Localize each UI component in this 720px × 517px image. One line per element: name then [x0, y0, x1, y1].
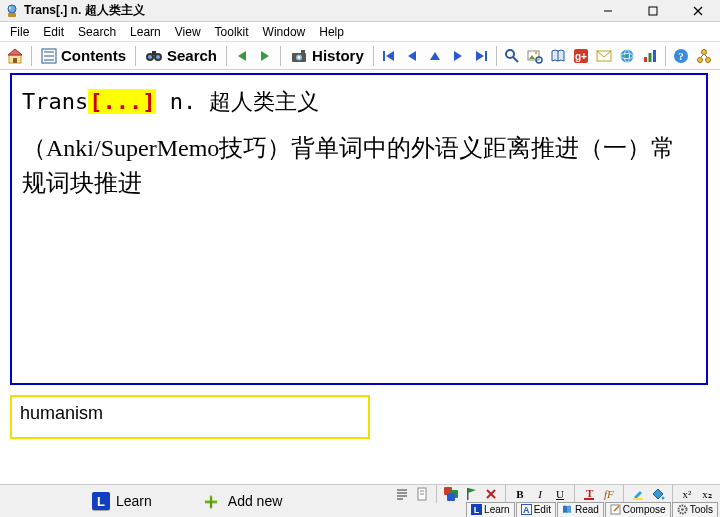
nav-last-button[interactable] [471, 45, 491, 67]
svg-rect-46 [648, 53, 651, 62]
question-suffix: n. 超人类主义 [156, 89, 319, 114]
separator [226, 46, 227, 66]
history-label: History [312, 47, 364, 64]
search-label: Search [167, 47, 217, 64]
dictionary-button[interactable] [548, 45, 568, 67]
answer-pane[interactable]: humanism [10, 395, 370, 439]
svg-marker-63 [468, 488, 476, 493]
menu-learn[interactable]: Learn [124, 23, 167, 41]
menu-file[interactable]: File [4, 23, 35, 41]
svg-rect-45 [644, 57, 647, 62]
svg-rect-70 [633, 498, 643, 500]
svg-point-51 [697, 57, 702, 62]
shapes-button[interactable] [442, 485, 460, 503]
gear-icon [677, 504, 688, 515]
stats-button[interactable] [640, 45, 660, 67]
learn-button[interactable]: L Learn [80, 485, 164, 518]
status-tab-read[interactable]: Read [557, 502, 604, 517]
menu-edit[interactable]: Edit [37, 23, 70, 41]
minimize-button[interactable] [585, 0, 630, 22]
history-button[interactable]: History [286, 45, 368, 67]
menu-view[interactable]: View [169, 23, 207, 41]
svg-marker-8 [8, 49, 22, 55]
learn-icon: L [92, 492, 110, 510]
separator [280, 46, 281, 66]
separator [31, 46, 32, 66]
svg-text:?: ? [678, 50, 684, 62]
answer-text: humanism [20, 403, 103, 423]
menu-toolkit[interactable]: Toolkit [209, 23, 255, 41]
svg-marker-27 [408, 51, 416, 61]
forward-button[interactable] [255, 45, 275, 67]
svg-marker-29 [454, 51, 462, 61]
svg-line-53 [700, 54, 704, 58]
window-controls [585, 0, 720, 22]
status-tabs: LLearn AEdit Read Compose Tools [466, 501, 718, 517]
svg-rect-25 [383, 51, 385, 61]
separator [436, 485, 437, 503]
separator [373, 46, 374, 66]
svg-point-42 [620, 49, 633, 62]
status-learn-label: Learn [484, 504, 510, 515]
svg-point-32 [506, 50, 514, 58]
question-pane[interactable]: Trans[...] n. 超人类主义 （Anki/SuperMemo技巧）背单… [10, 73, 708, 385]
maximize-button[interactable] [630, 0, 675, 22]
svg-line-33 [513, 57, 518, 62]
svg-text:g+: g+ [575, 51, 587, 62]
image-find-button[interactable] [525, 45, 545, 67]
main-toolbar: Contents Search History g+ ? [0, 42, 720, 70]
menu-help[interactable]: Help [313, 23, 350, 41]
status-tab-compose[interactable]: Compose [605, 502, 671, 517]
nav-next-button[interactable] [448, 45, 468, 67]
question-title: Trans[...] n. 超人类主义 [22, 87, 696, 117]
help-button[interactable]: ? [671, 45, 691, 67]
add-new-button[interactable]: ＋ Add new [188, 485, 294, 518]
svg-marker-19 [238, 51, 246, 61]
ancestor-button[interactable] [694, 45, 714, 67]
document-button[interactable] [413, 485, 431, 503]
nav-prev-button[interactable] [402, 45, 422, 67]
contents-button[interactable]: Contents [37, 45, 130, 67]
back-button[interactable] [232, 45, 252, 67]
menu-search[interactable]: Search [72, 23, 122, 41]
search-button[interactable]: Search [141, 45, 221, 67]
google-button[interactable]: g+ [571, 45, 591, 67]
status-tab-learn[interactable]: LLearn [466, 502, 515, 517]
status-edit-label: Edit [534, 504, 551, 515]
learn-label: Learn [116, 493, 152, 509]
svg-marker-26 [386, 51, 394, 61]
status-tab-tools[interactable]: Tools [672, 502, 718, 517]
window-title: Trans[.] n. 超人类主义 [24, 2, 145, 19]
svg-marker-20 [261, 51, 269, 61]
svg-point-36 [534, 51, 537, 54]
nav-up-button[interactable] [425, 45, 445, 67]
find-button[interactable] [502, 45, 522, 67]
svg-marker-69 [634, 491, 642, 499]
nav-first-button[interactable] [379, 45, 399, 67]
content-pane: Trans[...] n. 超人类主义 （Anki/SuperMemo技巧）背单… [10, 73, 708, 480]
status-tab-edit[interactable]: AEdit [516, 502, 556, 517]
svg-rect-24 [301, 50, 305, 53]
svg-point-23 [298, 56, 301, 59]
mail-button[interactable] [594, 45, 614, 67]
web-button[interactable] [617, 45, 637, 67]
contents-icon [41, 48, 57, 64]
svg-point-75 [681, 508, 684, 511]
svg-point-17 [156, 55, 160, 59]
svg-point-16 [148, 55, 152, 59]
compose-icon [610, 504, 621, 515]
close-button[interactable] [675, 0, 720, 22]
svg-rect-47 [653, 50, 656, 62]
svg-marker-30 [476, 51, 484, 61]
bottom-toolbar: L Learn ＋ Add new B I U T fF x² x₂ LLear… [0, 484, 720, 517]
menu-window[interactable]: Window [257, 23, 312, 41]
svg-point-50 [701, 49, 706, 54]
svg-point-1 [9, 6, 11, 9]
status-tools-label: Tools [690, 504, 713, 515]
align-button[interactable] [393, 485, 411, 503]
binoculars-icon [145, 47, 163, 65]
status-compose-label: Compose [623, 504, 666, 515]
home-button[interactable] [4, 45, 26, 67]
app-icon [4, 3, 20, 19]
svg-marker-28 [430, 52, 440, 60]
